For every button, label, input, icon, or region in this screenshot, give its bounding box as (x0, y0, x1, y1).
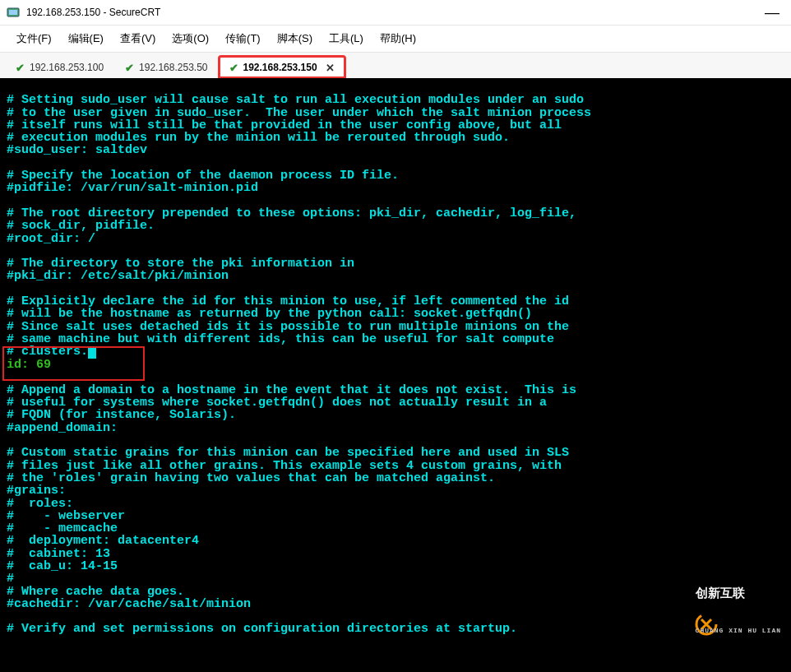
close-icon[interactable]: ✕ (326, 62, 335, 74)
connected-icon: ✔ (229, 62, 238, 74)
watermark-brand: 创新互联 (696, 586, 781, 600)
watermark-sub: CHUANG XIN HU LIAN (696, 624, 781, 637)
menubar: 文件(F) 编辑(E) 查看(V) 选项(O) 传输(T) 脚本(S) 工具(L… (0, 25, 791, 52)
term-line: # clusters. (7, 345, 88, 359)
connected-icon: ✔ (16, 62, 25, 74)
term-line: # Verify and set permissions on configur… (7, 622, 517, 636)
terminal-output[interactable]: # Setting sudo_user will cause salt to r… (0, 78, 791, 672)
session-tab-2[interactable]: ✔ 192.168.253.150 ✕ (219, 56, 345, 78)
menu-help[interactable]: 帮助(H) (372, 28, 424, 49)
titlebar: 192.168.253.150 - SecureCRT — (0, 0, 791, 25)
menu-script[interactable]: 脚本(S) (269, 28, 321, 49)
menu-tools[interactable]: 工具(L) (321, 28, 372, 49)
watermark-logo-icon (664, 600, 689, 624)
window-title: 192.168.253.150 - SecureCRT (26, 7, 160, 18)
term-line: # cab_u: 14-15 (7, 559, 118, 573)
term-line: #append_domain: (7, 421, 118, 435)
term-line: # same machine but with different ids, t… (7, 332, 554, 346)
watermark: 创新互联 CHUANG XIN HU LIAN (664, 561, 781, 662)
tabstrip: ✔ 192.168.253.100 ✔ 192.168.253.50 ✔ 192… (0, 52, 791, 78)
menu-view[interactable]: 查看(V) (112, 28, 164, 49)
tab-label: 192.168.253.150 (243, 62, 317, 73)
term-line: #pki_dir: /etc/salt/pki/minion (7, 269, 229, 283)
tab-label: 192.168.253.50 (139, 62, 207, 73)
menu-edit[interactable]: 编辑(E) (60, 28, 112, 49)
term-line: #pidfile: /var/run/salt-minion.pid (7, 181, 258, 195)
connected-icon: ✔ (125, 62, 134, 74)
session-tab-1[interactable]: ✔ 192.168.253.50 (114, 56, 218, 78)
term-line: #root_dir: / (7, 232, 95, 246)
term-line-id: id: 69 (7, 358, 51, 372)
tab-label: 192.168.253.100 (30, 62, 104, 73)
terminal-cursor (88, 346, 96, 359)
titlebar-left: 192.168.253.150 - SecureCRT (7, 6, 160, 19)
menu-file[interactable]: 文件(F) (8, 28, 60, 49)
session-tab-0[interactable]: ✔ 192.168.253.100 (5, 56, 114, 78)
svg-rect-1 (9, 10, 17, 15)
menu-transfer[interactable]: 传输(T) (217, 28, 269, 49)
term-line: #cachedir: /var/cache/salt/minion (7, 597, 251, 611)
menu-options[interactable]: 选项(O) (164, 28, 217, 49)
term-line: #sudo_user: saltdev (7, 143, 147, 157)
app-icon (7, 6, 20, 19)
term-line: # the 'roles' grain having two values th… (7, 471, 495, 485)
minimize-button[interactable]: — (760, 4, 784, 21)
